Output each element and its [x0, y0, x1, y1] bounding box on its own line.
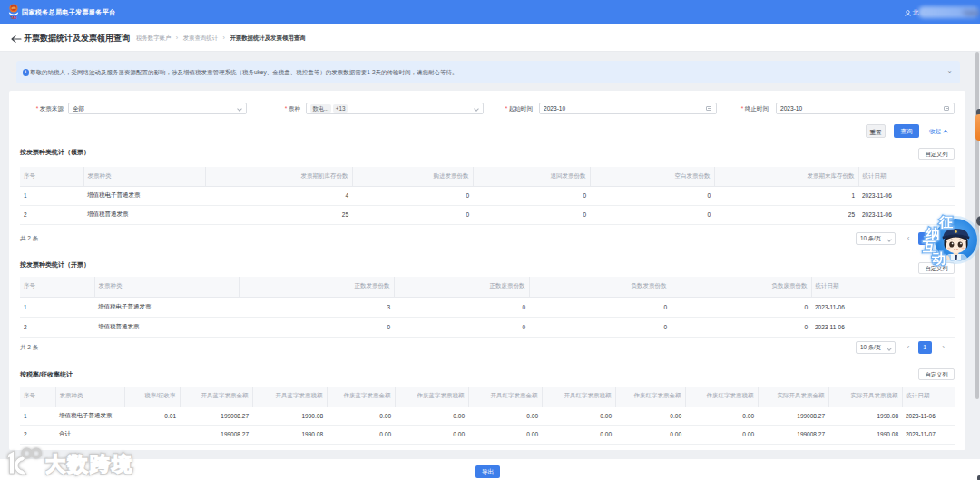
filter-date-end[interactable]: 2023-10: [776, 103, 955, 115]
breadcrumb-item-current: 开票数据统计及发票领用查询: [230, 34, 305, 41]
table-cell: 2: [20, 205, 83, 224]
table-cell: 0: [590, 205, 714, 224]
table-cell: 增值税电子普通发票: [83, 186, 205, 205]
page-size-select[interactable]: 10 条/页: [856, 341, 896, 354]
filter-label-source: *发票来源: [9, 103, 64, 115]
table-row[interactable]: 1增值税电子普通发票400012023-11-06: [20, 186, 955, 205]
table-cell: 4: [205, 186, 352, 205]
column-header: 序号: [20, 387, 55, 407]
column-header: 负数废票份数: [671, 277, 811, 297]
prev-page-button[interactable]: ‹: [905, 232, 912, 245]
table-cell: 1: [714, 186, 858, 205]
table-cell: 1990.08: [252, 407, 327, 426]
table-cell: 0.00: [395, 426, 468, 445]
table-row[interactable]: 1增值税电子普通发票30002023-11-06: [20, 297, 955, 317]
table-row[interactable]: 1增值税电子普通发票0.01199008.271990.080.000.000.…: [20, 407, 955, 426]
table-cell: 0: [473, 205, 590, 224]
breadcrumb-separator: ›: [223, 34, 225, 41]
chevron-up-icon: [944, 130, 948, 134]
column-header: 购进发票份数: [352, 167, 473, 186]
breadcrumb-item[interactable]: 税务数字账户: [136, 34, 171, 41]
user-icon: [905, 10, 911, 16]
table-cell: 1990.08: [252, 426, 327, 445]
pagination: 10 条/页‹1›: [856, 341, 947, 354]
section-title-receipt: 按发票种类统计（领票）: [20, 148, 90, 157]
notice-close-icon[interactable]: ×: [947, 61, 952, 83]
table-cell: 0: [590, 186, 714, 205]
column-header: 退回发票份数: [473, 167, 590, 186]
collapse-link[interactable]: 收起: [929, 124, 948, 138]
table-row[interactable]: 2增值税普通发票00002023-11-06: [20, 317, 955, 337]
total-count: 共 2 条: [20, 232, 38, 245]
sub-header: 开票数据统计及发票领用查询 税务数字账户›发票查询统计›开票数据统计及发票领用查…: [0, 24, 980, 52]
data-table: 序号发票种类正数发票份数正数废票份数负数发票份数负数废票份数统计日期1增值税电子…: [20, 277, 955, 338]
table-cell: 2023-11-06: [858, 186, 955, 205]
export-button[interactable]: 导出: [475, 465, 500, 478]
table-cell: 0: [671, 297, 811, 317]
table-cell: 0: [671, 317, 811, 337]
table-cell: 2: [20, 317, 94, 337]
table-cell: 增值税电子普通发票: [55, 407, 124, 426]
count-tag[interactable]: +13: [333, 104, 348, 113]
next-page-button[interactable]: ›: [940, 341, 947, 354]
table-cell: 2: [20, 426, 55, 445]
mascot-char: 征: [938, 214, 954, 230]
mascot-char: 动: [932, 250, 946, 266]
current-page-button[interactable]: 1: [918, 341, 932, 354]
filter-date-start[interactable]: 2023-10: [539, 103, 717, 115]
table-cell: 1: [20, 297, 94, 317]
table-taxrate: 序号发票种类税率/征收率开具蓝字发票金额开具蓝字发票税额作废蓝字发票金额作废蓝字…: [20, 387, 955, 445]
column-header: 正数废票份数: [394, 277, 529, 297]
prev-page-button[interactable]: ‹: [905, 341, 912, 354]
breadcrumb-separator: ›: [176, 34, 178, 41]
corner-widget[interactable]: [977, 475, 980, 480]
column-header: 统计日期: [902, 387, 955, 407]
mascot-zhengna-hudong[interactable]: 征 纳 互 动: [915, 207, 980, 272]
column-header: 序号: [20, 167, 83, 186]
table-cell: 0.00: [327, 407, 395, 426]
table-cell: 1990.08: [828, 407, 902, 426]
table-cell: 0.00: [542, 426, 615, 445]
notice-banner: i 尊敬的纳税人，受网络波动及服务器资源配置的影响，涉及增值税发票管理系统（税务…: [16, 61, 960, 83]
mascot-officer-face: [943, 229, 970, 263]
column-header: 实际开具发票金额: [758, 387, 828, 407]
main-card: *发票来源 全部 *票种 数电...+13 *起始时间 2023-10 *终止时…: [9, 91, 965, 450]
breadcrumb: 税务数字账户›发票查询统计›开票数据统计及发票领用查询: [136, 27, 305, 49]
floating-widget-orange[interactable]: [975, 114, 980, 141]
table-cell: 0: [529, 317, 671, 337]
column-header: 统计日期: [858, 167, 955, 186]
back-arrow-icon[interactable]: [11, 34, 22, 44]
data-table: 序号发票种类税率/征收率开具蓝字发票金额开具蓝字发票税额作废蓝字发票金额作废蓝字…: [20, 387, 955, 445]
table-cell: 2023-11-06: [811, 317, 955, 337]
table-cell: 2023-11-06: [811, 297, 955, 317]
column-header: 开具红字发票税额: [542, 387, 615, 407]
chevron-down-icon: [887, 237, 892, 242]
selected-tag[interactable]: 数电...: [310, 104, 331, 113]
table-cell: [124, 426, 180, 445]
table-cell: 0: [394, 317, 529, 337]
table-row[interactable]: 2合计199008.271990.080.000.000.000.000.000…: [20, 426, 955, 445]
filter-select-source[interactable]: 全部: [68, 103, 247, 115]
table-cell: 0.00: [685, 426, 758, 445]
table-cell: 2023-11-07: [902, 426, 955, 445]
query-button[interactable]: 查询: [894, 124, 919, 138]
column-header: 开具蓝字发票金额: [180, 387, 252, 407]
chevron-down-icon: [887, 346, 892, 351]
table-cell: 0: [239, 317, 394, 337]
table-cell: 25: [714, 205, 858, 224]
table-cell: 1: [20, 186, 83, 205]
filter-label-end: *终止时间: [708, 103, 769, 115]
table-row[interactable]: 2增值税普通发票25000252023-11-06: [20, 205, 955, 224]
table-cell: 0.00: [542, 407, 615, 426]
page-size-select[interactable]: 10 条/页: [856, 232, 896, 245]
customize-columns-button[interactable]: 自定义列: [918, 368, 955, 380]
customize-columns-button[interactable]: 自定义列: [918, 148, 955, 160]
filter-select-type[interactable]: 数电...+13: [306, 103, 484, 115]
table-issue: 序号发票种类正数发票份数正数废票份数负数发票份数负数废票份数统计日期1增值税电子…: [20, 277, 955, 338]
breadcrumb-item[interactable]: 发票查询统计: [183, 34, 218, 41]
table-cell: 增值税普通发票: [94, 317, 239, 337]
reset-button[interactable]: 重置: [866, 124, 886, 138]
column-header: 作废蓝字发票税额: [395, 387, 468, 407]
column-header: 发票期末库存份数: [714, 167, 858, 186]
section-title-issue: 按发票种类统计（开票）: [20, 260, 90, 269]
